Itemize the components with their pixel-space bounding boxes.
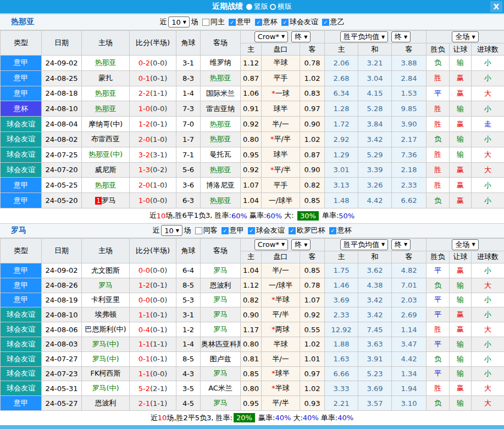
away-team: 曼托瓦 [201, 147, 241, 162]
match-row: 球会友谊24-08-06巴恩斯利(中)0-4(0-1)1-2罗马1.17*两球0… [1, 322, 504, 337]
handicap: *半球 [262, 381, 300, 396]
close-icon[interactable]: X [490, 1, 502, 12]
horizontal-radio-label[interactable]: 横版 [278, 2, 292, 12]
odds-home: 1.06 [241, 86, 262, 101]
vertical-radio[interactable] [246, 4, 252, 10]
league-filter-checkbox[interactable]: ✓ [289, 227, 296, 234]
team-label: 热那亚 [210, 166, 231, 174]
league-filter-checkbox[interactable]: ✓ [255, 19, 262, 26]
avg-source-select[interactable]: 胜平负均值▼ [340, 31, 388, 42]
score: 3-2(3-1) [130, 147, 176, 162]
vertical-radio-label[interactable]: 竖版 [254, 2, 268, 12]
league-filter-label[interactable]: 欧罗巴杯 [297, 226, 325, 235]
avg-home: 3.33 [325, 381, 358, 396]
league-filter-label[interactable]: 意甲 [237, 17, 251, 27]
league-filter-checkbox[interactable]: ✓ [221, 227, 229, 234]
summary-text: 10 [157, 212, 166, 220]
away-team: 罗马 [201, 307, 241, 322]
scope-select[interactable]: 全场▼ [452, 239, 478, 250]
league-filter-label[interactable]: 意杯 [263, 17, 278, 27]
odds-away: 1.07 [300, 293, 325, 307]
highlighted-rate: 30% [297, 211, 319, 221]
league-filter-checkbox[interactable]: ✓ [322, 19, 329, 26]
avg-away: 2.33 [392, 178, 427, 193]
summary-text: 10 [158, 414, 167, 422]
chevron-down-icon: ▼ [404, 35, 407, 40]
result-wdl: 平 [427, 86, 450, 101]
away-team: 热那亚 [201, 70, 241, 86]
avg-source-header: 胜平负均值▼终▼ [325, 31, 427, 43]
avg-period-select[interactable]: 终▼ [391, 239, 411, 250]
odds-home: 0.95 [241, 147, 262, 162]
league-filter-label[interactable]: 球会友谊 [290, 17, 318, 27]
games-count-select[interactable]: 10▼ [161, 225, 182, 236]
avg-home: 6.34 [325, 86, 358, 101]
team-name: 热那亚 [11, 17, 34, 27]
result-goals: 小 [472, 293, 504, 307]
score: 0-1(0-1) [130, 70, 176, 86]
match-date: 24-08-10 [42, 307, 82, 322]
league-filter-label[interactable]: 球会友谊 [256, 226, 285, 235]
match-date: 24-09-02 [42, 56, 82, 71]
avg-period-select[interactable]: 终▼ [391, 31, 411, 42]
same-venue-label[interactable]: 同客 [203, 226, 218, 235]
avg-draw: 3.04 [358, 70, 392, 86]
avg-subcol-header: 主 [325, 43, 358, 56]
match-row: 意杯24-08-10热那亚1-0(0-0)7-3雷吉亚纳0.91球半0.971.… [1, 101, 504, 117]
handicap: 球半 [262, 101, 300, 117]
same-venue-checkbox[interactable] [202, 19, 209, 26]
result-goals: 大 [472, 162, 504, 178]
match-row: 意甲24-09-02热那亚0-2(0-0)3-1维罗纳1.12半球0.782.0… [1, 56, 504, 71]
match-row: 球会友谊24-08-03罗马(中)1-1(1-1)1-4奥林匹亚科斯0.80半球… [1, 337, 504, 351]
odds-source-select[interactable]: Crow*▼ [254, 239, 288, 250]
league-filter-label[interactable]: 意甲 [230, 226, 244, 235]
league-badge: 意杯 [1, 101, 42, 117]
avg-draw: 3.21 [358, 56, 392, 71]
score: 2-0(1-0) [130, 131, 176, 147]
result-goals: 小 [472, 70, 504, 86]
horizontal-radio[interactable] [270, 4, 276, 10]
away-team: 奥林匹亚科斯 [201, 337, 241, 351]
avg-draw: 5.29 [358, 147, 392, 162]
odds-subcol-header: 盘口 [262, 43, 300, 56]
window-bottom-edge [0, 425, 504, 429]
league-filter-label[interactable]: 意杯 [337, 226, 352, 235]
col-corner-header: 角球 [176, 31, 201, 56]
league-filter-checkbox[interactable]: ✓ [329, 227, 336, 234]
halftime-score: (0-0) [150, 370, 167, 378]
halftime-score: (1-0) [150, 135, 167, 144]
avg-home: 1.29 [325, 147, 358, 162]
same-venue-checkbox[interactable] [195, 227, 202, 234]
halftime-score: (2-1) [150, 384, 167, 393]
odds-source-select[interactable]: Crow*▼ [254, 31, 288, 42]
home-team: 1罗马 [82, 193, 130, 208]
league-filter-label[interactable]: 意乙 [330, 17, 345, 27]
games-count-select[interactable]: 10▼ [168, 16, 190, 28]
team-label: 罗马(中) [92, 355, 119, 363]
result-handicap: 输 [450, 131, 472, 147]
odds-period-select[interactable]: 终▼ [291, 239, 311, 250]
halftime-score: (0-2) [150, 166, 167, 174]
handicap: 平手 [262, 178, 300, 193]
avg-period-select-value: 终 [395, 240, 402, 250]
team-label: 雷吉亚纳 [206, 105, 235, 113]
league-filter-checkbox[interactable]: ✓ [281, 19, 289, 26]
table-body: 意甲24-09-02热那亚0-2(0-0)3-1维罗纳1.12半球0.782.0… [1, 56, 504, 208]
league-filter-checkbox[interactable]: ✓ [248, 227, 255, 234]
odds-home: 1.07 [241, 178, 262, 193]
chevron-down-icon: ▼ [381, 35, 385, 40]
same-venue-label[interactable]: 同主 [211, 17, 225, 27]
scope-select[interactable]: 全场▼ [452, 31, 478, 42]
team-label: 威尼斯 [95, 166, 117, 174]
avg-source-select[interactable]: 胜平负均值▼ [340, 239, 388, 250]
odds-period-select[interactable]: 终▼ [291, 31, 311, 42]
fulltime-score: 0-4 [139, 326, 150, 334]
corners: 1-4 [176, 337, 201, 351]
summary-text: 场,胜6平1负3, 胜率: [165, 211, 231, 221]
avg-draw: 4.15 [358, 86, 392, 101]
match-date: 24-08-19 [42, 293, 82, 307]
avg-draw: 3.57 [358, 396, 392, 411]
match-date: 24-07-23 [42, 366, 82, 381]
chevron-down-icon: ▼ [404, 242, 407, 247]
league-filter-checkbox[interactable]: ✓ [229, 19, 236, 26]
